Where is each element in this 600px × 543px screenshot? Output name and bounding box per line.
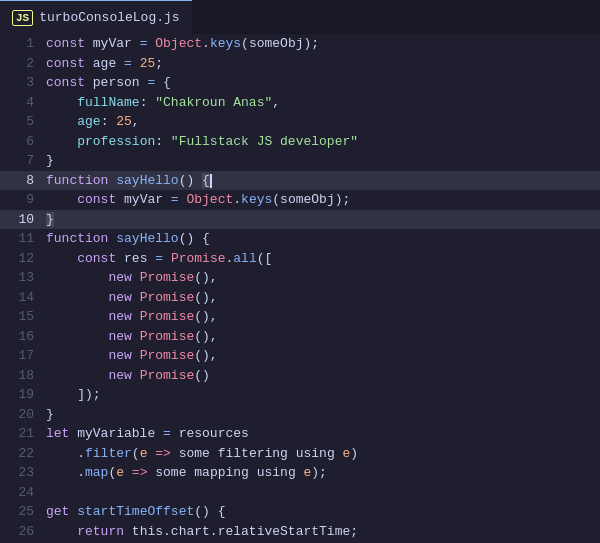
- token: "Fullstack JS developer": [171, 134, 358, 149]
- js-icon: JS: [12, 10, 33, 26]
- line-number-23: 23: [0, 463, 42, 483]
- token: new: [108, 329, 131, 344]
- line-number-8: 8: [0, 171, 42, 191]
- file-tab[interactable]: JS turboConsoleLog.js: [0, 0, 192, 34]
- line-number-10: 10: [0, 210, 42, 230]
- token: 25: [116, 114, 132, 129]
- code-line-18: new Promise(): [42, 366, 600, 386]
- token: fullName: [77, 95, 139, 110]
- line-number-22: 22: [0, 444, 42, 464]
- token: [163, 251, 171, 266]
- token: keys: [210, 36, 241, 51]
- token: myVariable: [69, 426, 163, 441]
- token: all: [233, 251, 256, 266]
- code-line-19: ]);: [42, 385, 600, 405]
- token: this.chart.relativeStartTime;: [124, 524, 358, 539]
- token: new: [108, 270, 131, 285]
- token: sayHello: [116, 231, 178, 246]
- token: (): [179, 173, 202, 188]
- code-area: 1234567891011121314151617181920212223242…: [0, 34, 600, 543]
- token: Promise: [140, 329, 195, 344]
- text-cursor: [210, 174, 212, 188]
- token: [46, 524, 77, 539]
- token: new: [108, 368, 131, 383]
- token: keys: [241, 192, 272, 207]
- token: filter: [85, 446, 132, 461]
- token: :: [140, 95, 156, 110]
- token: age: [85, 56, 124, 71]
- code-line-23: .map(e => some mapping using e);: [42, 463, 600, 483]
- code-line-4: fullName: "Chakroun Anas",: [42, 93, 600, 113]
- line-number-15: 15: [0, 307, 42, 327]
- code-line-5: age: 25,: [42, 112, 600, 132]
- line-number-1: 1: [0, 34, 42, 54]
- line-number-20: 20: [0, 405, 42, 425]
- token: new: [108, 348, 131, 363]
- token: [132, 56, 140, 71]
- code-line-13: new Promise(),: [42, 268, 600, 288]
- token: ,: [272, 95, 280, 110]
- token: =>: [132, 465, 148, 480]
- line-number-9: 9: [0, 190, 42, 210]
- code-line-12: const res = Promise.all([: [42, 249, 600, 269]
- token: Promise: [140, 309, 195, 324]
- token: const: [46, 75, 85, 90]
- token: const: [46, 36, 85, 51]
- token: new: [108, 309, 131, 324]
- code-lines[interactable]: const myVar = Object.keys(someObj);const…: [42, 34, 600, 543]
- line-number-4: 4: [0, 93, 42, 113]
- code-line-17: new Promise(),: [42, 346, 600, 366]
- line-number-13: 13: [0, 268, 42, 288]
- line-number-24: 24: [0, 483, 42, 503]
- token: :: [101, 114, 117, 129]
- token: =: [124, 56, 132, 71]
- token: person: [85, 75, 147, 90]
- token: [46, 270, 108, 285]
- token: Promise: [171, 251, 226, 266]
- tab-filename: turboConsoleLog.js: [39, 10, 179, 25]
- line-number-25: 25: [0, 502, 42, 522]
- line-number-26: 26: [0, 522, 42, 542]
- token: ,: [132, 114, 140, 129]
- line-number-5: 5: [0, 112, 42, 132]
- token: Promise: [140, 368, 195, 383]
- code-line-6: profession: "Fullstack JS developer": [42, 132, 600, 152]
- token: [46, 329, 108, 344]
- token: [124, 465, 132, 480]
- code-line-8: function sayHello() {: [42, 171, 600, 191]
- token: [132, 329, 140, 344]
- token: [46, 95, 77, 110]
- token: "Chakroun Anas": [155, 95, 272, 110]
- code-line-11: function sayHello() {: [42, 229, 600, 249]
- tab-bar: JS turboConsoleLog.js: [0, 0, 600, 34]
- token: 25: [140, 56, 156, 71]
- token: .: [46, 465, 85, 480]
- line-number-14: 14: [0, 288, 42, 308]
- code-line-22: .filter(e => some filtering using e): [42, 444, 600, 464]
- token: ): [350, 446, 358, 461]
- line-number-7: 7: [0, 151, 42, 171]
- token: [46, 114, 77, 129]
- token: (),: [194, 290, 217, 305]
- token: (: [132, 446, 140, 461]
- code-line-21: let myVariable = resources: [42, 424, 600, 444]
- token: sayHello: [116, 173, 178, 188]
- code-line-26: return this.chart.relativeStartTime;: [42, 522, 600, 542]
- token: .: [46, 446, 85, 461]
- line-number-18: 18: [0, 366, 42, 386]
- line-number-12: 12: [0, 249, 42, 269]
- token: [132, 348, 140, 363]
- token: Object: [155, 36, 202, 51]
- token: e: [116, 465, 124, 480]
- token: myVar: [85, 36, 140, 51]
- token: .: [233, 192, 241, 207]
- token: map: [85, 465, 108, 480]
- token: startTimeOffset: [77, 504, 194, 519]
- token: res: [116, 251, 155, 266]
- token: () {: [179, 231, 210, 246]
- token: (),: [194, 309, 217, 324]
- code-line-24: [42, 483, 600, 503]
- token: :: [155, 134, 171, 149]
- token: ([: [257, 251, 273, 266]
- line-number-19: 19: [0, 385, 42, 405]
